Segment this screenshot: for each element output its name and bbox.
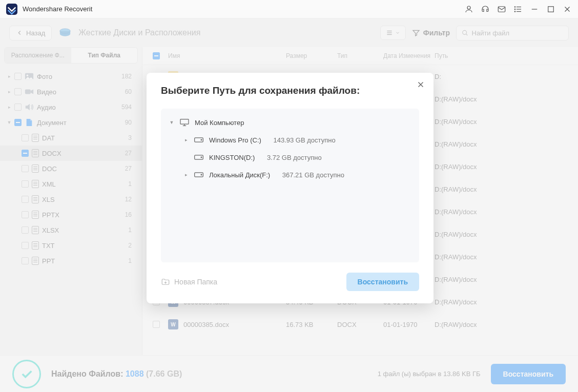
chevron-right-icon: ▸ (183, 137, 189, 142)
maximize-icon[interactable] (546, 5, 555, 14)
modal-title: Выберите Путь для сохранения файлов: (161, 85, 419, 96)
drive-icon (194, 153, 204, 161)
svg-point-32 (201, 174, 202, 175)
svg-point-7 (514, 11, 515, 12)
svg-point-0 (467, 6, 470, 9)
drive-item[interactable]: ▸ Windows Pro (C:) 143.93 GB доступно (165, 131, 415, 149)
svg-point-30 (201, 157, 202, 158)
save-path-modal: Выберите Путь для сохранения файлов: ▼ М… (147, 73, 434, 303)
drive-available: 367.21 GB доступно (282, 171, 344, 179)
drive-name: KINGSTON(D:) (209, 154, 255, 161)
svg-point-28 (201, 139, 202, 140)
modal-close-button[interactable] (416, 80, 425, 91)
user-icon[interactable] (464, 5, 473, 14)
drive-item[interactable]: KINGSTON(D:) 3.72 GB доступно (165, 149, 415, 166)
svg-point-6 (514, 9, 515, 10)
drive-root[interactable]: ▼ Мой Компьютер (165, 114, 415, 131)
new-folder-label: Новая Папка (174, 278, 217, 286)
close-icon[interactable] (563, 5, 572, 14)
drive-item[interactable]: ▸ Локальный Диск(F:) 367.21 GB доступно (165, 166, 415, 183)
drive-root-label: Мой Компьютер (195, 119, 244, 127)
drive-tree: ▼ Мой Компьютер ▸ Windows Pro (C:) 143.9… (161, 109, 419, 262)
list-icon[interactable] (513, 5, 523, 14)
svg-rect-24 (180, 119, 189, 125)
headset-icon[interactable] (481, 5, 490, 14)
drive-name: Локальный Диск(F:) (209, 171, 270, 179)
minimize-icon[interactable] (530, 5, 539, 14)
drive-icon (194, 136, 204, 144)
app-logo-icon (6, 4, 17, 15)
drive-icon (194, 171, 204, 179)
svg-rect-1 (498, 6, 505, 12)
svg-point-5 (514, 6, 515, 7)
mail-icon[interactable] (497, 5, 506, 14)
new-folder-button[interactable]: Новая Папка (161, 278, 217, 286)
modal-recover-button[interactable]: Восстановить (346, 273, 419, 291)
app-title: Wondershare Recoverit (23, 5, 92, 13)
drive-available: 143.93 GB доступно (273, 136, 335, 144)
chevron-down-icon: ▼ (169, 120, 174, 125)
titlebar: Wondershare Recoverit (0, 0, 578, 18)
drive-available: 3.72 GB доступно (267, 154, 322, 161)
svg-rect-9 (548, 6, 554, 12)
drive-name: Windows Pro (C:) (209, 136, 261, 144)
computer-icon (179, 118, 190, 127)
chevron-right-icon: ▸ (183, 172, 189, 177)
